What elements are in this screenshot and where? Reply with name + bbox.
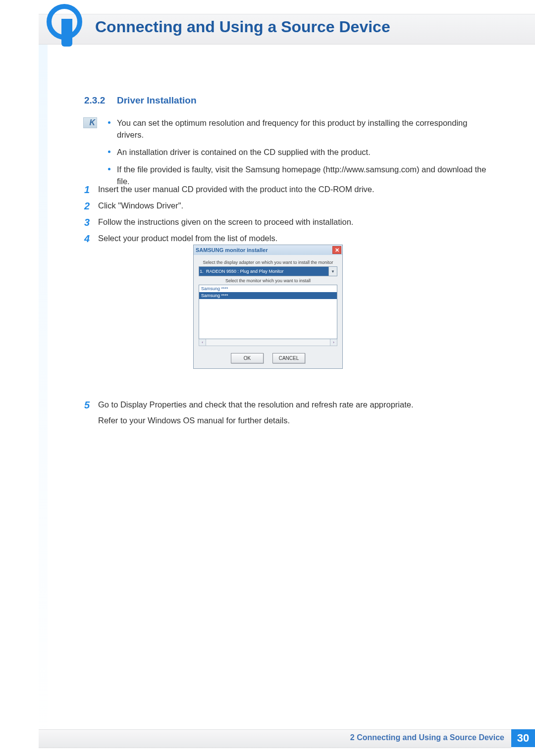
note-icon: K <box>83 117 97 128</box>
adapter-label: Select the display adapter on which you … <box>199 260 337 265</box>
footer: 2 Connecting and Using a Source Device 3… <box>39 729 535 748</box>
chapter-number-badge <box>46 4 77 48</box>
step-number: 4 <box>84 232 96 246</box>
scroll-left-button[interactable]: ‹ <box>199 339 206 346</box>
page: Connecting and Using a Source Device 2.3… <box>0 0 535 756</box>
step-text: Follow the instructions given on the scr… <box>98 217 353 226</box>
dropdown-button[interactable]: ▼ <box>328 267 337 276</box>
step-number: 3 <box>84 215 96 230</box>
dialog-title-text: SAMSUNG monitor installer <box>196 247 268 253</box>
step: 4 Select your product model from the lis… <box>84 233 489 245</box>
ok-button[interactable]: OK <box>231 353 264 363</box>
info-bullet: You can set the optimum resolution and f… <box>108 117 489 141</box>
footer-chapter-label: 2 Connecting and Using a Source Device <box>350 733 504 742</box>
monitor-label: Select the monitor which you want to ins… <box>199 278 337 283</box>
monitor-list[interactable]: Samsung **** Samsung **** <box>199 285 337 339</box>
monitor-item[interactable]: Samsung **** <box>199 285 337 292</box>
step-text: Insert the user manual CD provided with … <box>98 185 374 194</box>
step-subtext: Refer to your Windows OS manual for furt… <box>98 415 489 427</box>
step: 5 Go to Display Properties and check tha… <box>84 399 489 427</box>
cancel-button[interactable]: CANCEL <box>272 353 305 363</box>
page-number-box: 30 <box>511 729 535 747</box>
section-number: 2.3.2 <box>84 95 105 106</box>
monitor-item-selected[interactable]: Samsung **** <box>199 292 337 299</box>
side-accent <box>39 18 48 748</box>
step: 3 Follow the instructions given on the s… <box>84 216 489 228</box>
adapter-value: RADEON 9550 : Plug and Play Monitor <box>204 267 328 276</box>
close-icon: ✕ <box>335 248 339 253</box>
adapter-index: 1. <box>199 267 204 276</box>
adapter-select[interactable]: 1. RADEON 9550 : Plug and Play Monitor ▼ <box>199 266 337 276</box>
scroll-track[interactable] <box>206 339 330 346</box>
step-text: Select your product model from the list … <box>98 234 277 243</box>
chevron-left-icon: ‹ <box>202 340 203 345</box>
chapter-number-stem <box>61 19 72 47</box>
installer-dialog: SAMSUNG monitor installer ✕ Select the d… <box>193 245 343 369</box>
dialog-titlebar: SAMSUNG monitor installer ✕ <box>194 245 342 255</box>
chevron-right-icon: › <box>333 340 334 345</box>
info-bullet-list: You can set the optimum resolution and f… <box>108 117 489 193</box>
step-number: 2 <box>84 199 96 213</box>
step: 1 Insert the user manual CD provided wit… <box>84 184 489 196</box>
step-text: Click "Windows Driver". <box>98 201 183 210</box>
dialog-body: Select the display adapter on which you … <box>194 255 342 368</box>
step-number: 1 <box>84 183 96 197</box>
chapter-title: Connecting and Using a Source Device <box>95 18 390 36</box>
dialog-button-row: OK CANCEL <box>199 353 337 363</box>
close-button[interactable]: ✕ <box>332 246 341 254</box>
step: 2 Click "Windows Driver". <box>84 200 489 212</box>
info-bullet: An installation driver is contained on t… <box>108 147 489 158</box>
chevron-down-icon: ▼ <box>331 269 335 274</box>
step-text: Go to Display Properties and check that … <box>98 400 414 409</box>
scroll-right-button[interactable]: › <box>330 339 337 346</box>
horizontal-scrollbar[interactable]: ‹ › <box>199 339 337 346</box>
section-title: Driver Installation <box>117 95 197 106</box>
step-number: 5 <box>84 398 96 412</box>
